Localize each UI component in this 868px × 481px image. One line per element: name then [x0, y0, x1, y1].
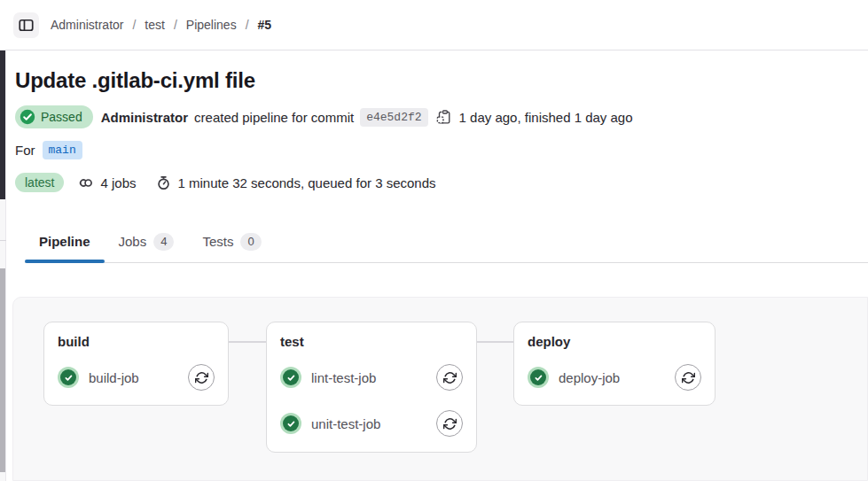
sidebar-toggle-icon	[19, 18, 34, 33]
retry-icon	[195, 371, 208, 384]
job-success-icon	[528, 367, 549, 388]
job-name-link[interactable]: unit-test-job	[311, 416, 436, 431]
status-row: Passed Administrator created pipeline fo…	[15, 105, 868, 128]
stage-connector	[229, 341, 266, 343]
job-row-build-job[interactable]: build-job	[58, 364, 215, 391]
page-title: Update .gitlab-ci.yml file	[15, 67, 868, 94]
meta-row: latest 4 jobs 1 minute 32 seconds, queue…	[15, 173, 868, 192]
pipeline-graph-panel: build build-job	[12, 297, 868, 481]
status-label: Passed	[41, 110, 82, 124]
breadcrumb-item-administrator[interactable]: Administrator	[51, 18, 123, 32]
tab-tests-label: Tests	[202, 234, 233, 249]
pipeline-page: Update .gitlab-ci.yml file Passed Admini…	[0, 67, 868, 263]
tab-jobs[interactable]: Jobs 4	[105, 221, 189, 262]
stage-name: deploy	[528, 333, 701, 351]
job-row-deploy-job[interactable]: deploy-job	[528, 364, 701, 391]
job-success-icon	[280, 413, 301, 434]
left-rail-divider	[0, 240, 6, 241]
job-name-link[interactable]: deploy-job	[559, 370, 675, 385]
retry-icon	[443, 417, 457, 431]
commit-sha-link[interactable]: e4e5d2f2	[360, 108, 427, 127]
tab-jobs-count-badge: 4	[153, 233, 174, 251]
breadcrumb-item-test[interactable]: test	[145, 18, 165, 32]
job-name-link[interactable]: build-job	[89, 370, 188, 385]
stage-connector	[477, 341, 513, 343]
timer-icon	[156, 175, 171, 190]
retry-job-button[interactable]	[188, 364, 215, 391]
breadcrumb-item-pipeline-number: #5	[258, 18, 272, 32]
pipeline-time-text: 1 day ago, finished 1 day ago	[459, 110, 633, 125]
author-link[interactable]: Administrator	[101, 110, 188, 125]
duration-text: 1 minute 32 seconds, queued for 3 second…	[178, 175, 436, 190]
tab-jobs-label: Jobs	[119, 234, 147, 249]
stage-card-test: test lint-test-job	[266, 322, 477, 453]
retry-icon	[682, 371, 695, 384]
copy-icon	[436, 110, 451, 125]
retry-job-button[interactable]	[436, 410, 463, 437]
retry-job-button[interactable]	[675, 364, 701, 391]
latest-badge: latest	[15, 173, 64, 192]
tab-tests[interactable]: Tests 0	[188, 221, 275, 262]
jobs-count-text: 4 jobs	[100, 175, 136, 190]
breadcrumb-bar: Administrator / test / Pipelines / #5	[0, 0, 868, 50]
job-success-icon	[280, 367, 301, 388]
byline-action-text: created pipeline for commit	[194, 110, 354, 125]
sidebar-toggle-button[interactable]	[13, 12, 39, 38]
breadcrumb-separator: /	[246, 18, 249, 32]
breadcrumb-separator: /	[132, 18, 136, 32]
stage-card-build: build build-job	[43, 322, 229, 406]
retry-icon	[443, 371, 457, 384]
tab-pipeline[interactable]: Pipeline	[25, 221, 105, 262]
job-row-unit-test-job[interactable]: unit-test-job	[280, 410, 463, 437]
linked-pipeline-icon	[78, 175, 93, 190]
pipeline-tabs: Pipeline Jobs 4 Tests 0	[25, 221, 868, 263]
stage-name: build	[58, 333, 215, 351]
tab-tests-count-badge: 0	[240, 233, 261, 251]
job-row-lint-test-job[interactable]: lint-test-job	[280, 364, 463, 391]
breadcrumb: Administrator / test / Pipelines / #5	[51, 18, 271, 32]
left-rail-scrollbar-thumb[interactable]	[0, 268, 5, 472]
ref-prefix-label: For	[15, 143, 35, 158]
breadcrumb-item-pipelines[interactable]: Pipelines	[186, 18, 237, 32]
left-rail	[0, 50, 6, 481]
job-name-link[interactable]: lint-test-job	[311, 370, 436, 385]
branch-link[interactable]: main	[43, 141, 82, 159]
job-success-icon	[58, 367, 79, 388]
left-rail-dark-segment	[0, 50, 5, 199]
stage-card-deploy: deploy deploy-job	[513, 322, 716, 406]
tab-pipeline-label: Pipeline	[39, 234, 90, 249]
ref-row: For main	[15, 141, 868, 159]
retry-job-button[interactable]	[436, 364, 463, 391]
pipeline-byline: Administrator created pipeline for commi…	[101, 108, 633, 127]
copy-commit-sha-button[interactable]	[436, 110, 451, 125]
check-circle-icon	[20, 109, 35, 125]
pipeline-status-badge: Passed	[15, 105, 93, 128]
stage-name: test	[280, 333, 463, 351]
breadcrumb-separator: /	[174, 18, 177, 32]
